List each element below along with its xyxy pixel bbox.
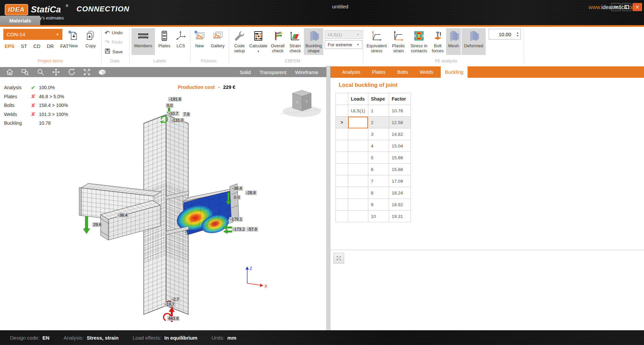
analysis-mode[interactable]: DR bbox=[47, 44, 54, 49]
cell-shape[interactable]: 3 bbox=[368, 128, 389, 140]
table-row[interactable]: 8 18.24 bbox=[336, 187, 411, 199]
cell-factor[interactable]: 10.78 bbox=[389, 105, 411, 117]
pan-icon[interactable] bbox=[52, 68, 60, 76]
picture-gallery-button[interactable]: Gallery bbox=[209, 28, 227, 55]
cell-shape[interactable]: 8 bbox=[368, 187, 389, 199]
load-case-combo[interactable]: ULS(1) ▼ bbox=[325, 30, 362, 39]
results-tab[interactable]: Bolts bbox=[393, 66, 412, 78]
cell-factor[interactable]: 14.82 bbox=[389, 128, 411, 140]
cell-shape[interactable]: 6 bbox=[368, 164, 389, 175]
summary-row[interactable]: Analysis ✔ 100.0% bbox=[4, 83, 68, 92]
redo-button[interactable]: ↷ Redo bbox=[105, 40, 122, 45]
zoom-window-icon[interactable] bbox=[21, 68, 30, 76]
cell-shape[interactable]: 5 bbox=[368, 152, 389, 164]
expand-panel-button[interactable] bbox=[333, 253, 344, 264]
rotate-icon[interactable] bbox=[67, 68, 76, 76]
zoom-fit-icon[interactable] bbox=[83, 68, 91, 76]
equivalent-stress-button[interactable]: Equivalent stress bbox=[366, 28, 388, 55]
summary-row[interactable]: Plates ✘ 46.8 > 5.0% bbox=[4, 92, 68, 101]
cell-loads[interactable] bbox=[348, 117, 368, 128]
copy-project-item-button[interactable]: Copy bbox=[83, 28, 99, 55]
strain-check-button[interactable]: Strain check bbox=[287, 28, 303, 55]
solid-box-icon[interactable] bbox=[98, 68, 107, 76]
cell-factor[interactable]: 12.58 bbox=[389, 117, 411, 128]
save-button[interactable]: Save bbox=[105, 48, 123, 55]
cell-shape[interactable]: 1 bbox=[368, 105, 389, 117]
cell-loads[interactable]: ULS(1) bbox=[348, 105, 368, 117]
analysis-mode[interactable]: EPS bbox=[5, 44, 14, 49]
table-row[interactable]: 9 18.92 bbox=[336, 199, 411, 211]
cell-loads[interactable] bbox=[348, 128, 368, 140]
results-tab[interactable]: Plates bbox=[368, 66, 390, 78]
viewport-3d[interactable]: X Y Z X Analysis ✔ 100.0% Plates ✘ 46.8 … bbox=[0, 77, 326, 330]
buckling-shape-button[interactable]: Buckling shape bbox=[304, 28, 323, 55]
cell-factor[interactable]: 15.04 bbox=[389, 140, 411, 152]
zoom-icon[interactable] bbox=[36, 68, 45, 76]
cell-loads[interactable] bbox=[348, 187, 368, 199]
results-tab[interactable]: Buckling bbox=[441, 66, 468, 78]
cell-factor[interactable]: 19.31 bbox=[389, 211, 411, 222]
picture-new-button[interactable]: New bbox=[192, 28, 207, 55]
mesh-button[interactable]: Mesh bbox=[446, 28, 461, 55]
summary-row[interactable]: Bolts ✘ 158.4 > 100% bbox=[4, 101, 68, 110]
display-mode[interactable]: Wireframe bbox=[295, 69, 318, 75]
status-item: Load effects: In equilibrium bbox=[132, 335, 197, 341]
cell-shape[interactable]: 9 bbox=[368, 199, 389, 211]
table-row[interactable]: 3 14.82 bbox=[336, 128, 411, 140]
cell-factor[interactable]: 15.88 bbox=[389, 164, 411, 175]
labels-members-button[interactable]: Members bbox=[131, 28, 155, 55]
project-item-selector[interactable]: CON-14 ▼ bbox=[3, 29, 62, 40]
cell-loads[interactable] bbox=[348, 152, 368, 164]
cell-loads[interactable] bbox=[348, 199, 368, 211]
spinner-down-icon[interactable]: ▼ bbox=[517, 35, 519, 37]
analysis-mode[interactable]: CD bbox=[34, 44, 41, 49]
navigation-cube[interactable]: X Y bbox=[281, 90, 323, 117]
bolt-forces-button[interactable]: Bolt forces bbox=[430, 28, 445, 55]
cell-loads[interactable] bbox=[348, 211, 368, 222]
spinner-up-icon[interactable]: ▲ bbox=[517, 32, 519, 34]
cell-factor[interactable]: 18.92 bbox=[389, 199, 411, 211]
cell-shape[interactable]: 4 bbox=[368, 140, 389, 152]
website-link[interactable]: www. ideastatica .com bbox=[589, 0, 639, 15]
table-row[interactable]: 5 15.66 bbox=[336, 152, 411, 164]
cell-loads[interactable] bbox=[348, 164, 368, 175]
stress-in-contacts-button[interactable]: Stress in contacts bbox=[409, 28, 429, 55]
summary-row[interactable]: Welds ✘ 101.3 > 100% bbox=[4, 110, 68, 119]
summary-row[interactable]: Buckling 10.78 bbox=[4, 119, 68, 128]
main-tab[interactable]: Materials bbox=[0, 16, 40, 25]
table-row[interactable]: 4 15.04 bbox=[336, 140, 411, 152]
deformed-scale-spinner[interactable]: 10.00 ▲ ▼ bbox=[489, 29, 521, 40]
display-mode[interactable]: Transparent bbox=[260, 69, 286, 75]
table-row[interactable]: 6 15.88 bbox=[336, 164, 411, 175]
cell-shape[interactable]: 2 bbox=[368, 117, 389, 128]
cell-factor[interactable]: 15.66 bbox=[389, 152, 411, 164]
extreme-combo[interactable]: For extreme ▼ bbox=[325, 40, 362, 49]
table-row[interactable]: 7 17.09 bbox=[336, 175, 411, 187]
undo-button[interactable]: ↶ Undo bbox=[105, 30, 122, 35]
col-header-pointer bbox=[336, 93, 348, 105]
labels-lcs-button[interactable]: LCS bbox=[173, 28, 189, 55]
new-project-item-button[interactable]: New bbox=[66, 28, 81, 55]
ribbon-separator bbox=[524, 29, 524, 62]
table-row[interactable]: ULS(1) 1 10.78 bbox=[336, 105, 411, 117]
results-tab[interactable]: Analysis bbox=[338, 66, 365, 78]
labels-plates-button[interactable]: Plates bbox=[156, 28, 172, 55]
panel-splitter[interactable] bbox=[326, 66, 330, 345]
table-row[interactable]: > 2 12.58 bbox=[336, 117, 411, 128]
display-mode[interactable]: Solid bbox=[239, 69, 251, 75]
overall-check-button[interactable]: Overall check bbox=[269, 28, 286, 55]
cell-shape[interactable]: 7 bbox=[368, 175, 389, 187]
plastic-strain-button[interactable]: Plastic strain bbox=[389, 28, 408, 55]
calculate-button[interactable]: Calculate▼ bbox=[249, 28, 268, 55]
deformed-button[interactable]: Deformed bbox=[462, 28, 486, 55]
cell-factor[interactable]: 17.09 bbox=[389, 175, 411, 187]
cell-factor[interactable]: 18.24 bbox=[389, 187, 411, 199]
results-tab[interactable]: Welds bbox=[416, 66, 438, 78]
cell-shape[interactable]: 10 bbox=[368, 211, 389, 222]
code-setup-button[interactable]: Code setup bbox=[231, 28, 248, 55]
table-row[interactable]: 10 19.31 bbox=[336, 211, 411, 222]
home-view-icon[interactable] bbox=[5, 68, 14, 76]
cell-loads[interactable] bbox=[348, 175, 368, 187]
cell-loads[interactable] bbox=[348, 140, 368, 152]
analysis-mode[interactable]: ST bbox=[21, 44, 27, 49]
